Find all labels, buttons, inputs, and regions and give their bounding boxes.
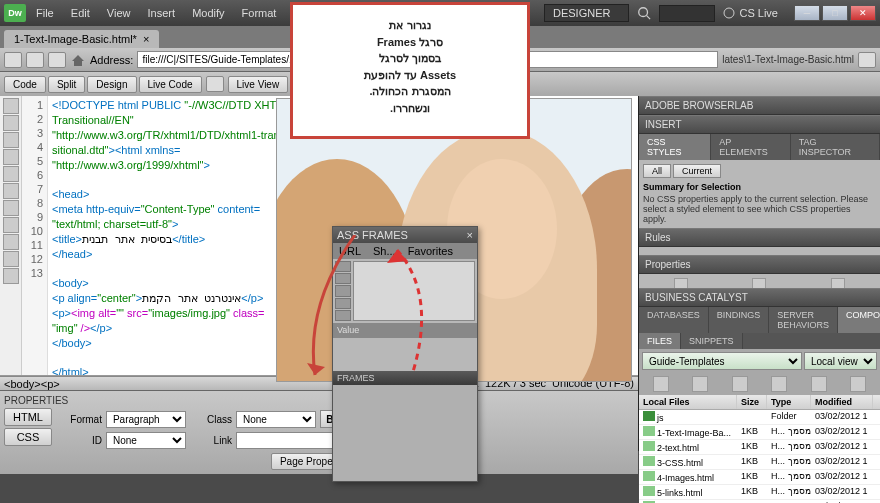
put-icon[interactable] — [771, 376, 787, 392]
gutter-icon[interactable] — [3, 132, 19, 148]
asset-type-icon[interactable] — [335, 273, 351, 284]
tab-close-icon[interactable]: × — [143, 33, 149, 45]
assets-value-header: Value — [333, 323, 477, 337]
menu-modify[interactable]: Modify — [192, 7, 224, 19]
file-row[interactable]: 4-Images.html1KBH... מסמך03/02/2012 1 — [639, 470, 880, 485]
assets-tab-url[interactable]: URL — [333, 243, 367, 259]
business-catalyst-header[interactable]: BUSINESS CATALYST — [639, 288, 880, 307]
connect-icon[interactable] — [653, 376, 669, 392]
server-behaviors-tab[interactable]: SERVER BEHAVIORS — [769, 307, 838, 333]
menu-insert[interactable]: Insert — [148, 7, 176, 19]
file-row[interactable]: 5-links.html1KBH... מסמך03/02/2012 1 — [639, 485, 880, 500]
css-summary-text: No CSS properties apply to the current s… — [643, 194, 876, 224]
format-select[interactable]: Paragraph — [106, 411, 186, 428]
cslive-button[interactable]: CS Live — [723, 7, 778, 19]
address-go-button[interactable] — [858, 52, 876, 68]
ap-elements-tab[interactable]: AP ELEMENTS — [711, 134, 791, 160]
expand-icon[interactable] — [850, 376, 866, 392]
col-modified[interactable]: Modified — [811, 395, 873, 409]
view-select[interactable]: Local view — [804, 352, 877, 370]
tutorial-callout: נגרור את סרגל Frames בסמוך לסרגל Assets … — [290, 2, 530, 139]
databases-tab[interactable]: DATABASES — [639, 307, 709, 333]
css-all-button[interactable]: All — [643, 164, 671, 178]
refresh-icon[interactable] — [692, 376, 708, 392]
col-size[interactable]: Size — [737, 395, 767, 409]
minimize-button[interactable]: ─ — [794, 5, 820, 21]
gutter-icon[interactable] — [3, 200, 19, 216]
get-icon[interactable] — [732, 376, 748, 392]
file-row[interactable]: 1-Text-Image-Ba...1KBH... מסמך03/02/2012… — [639, 425, 880, 440]
gutter-icon[interactable] — [3, 268, 19, 284]
tag-inspector-tab[interactable]: TAG INSPECTOR — [791, 134, 880, 160]
file-row[interactable]: jsFolder03/02/2012 1 — [639, 410, 880, 425]
id-select[interactable]: None — [106, 432, 186, 449]
css-tab[interactable]: CSS — [4, 428, 52, 446]
frames-panel-header[interactable]: FRAMES — [333, 371, 477, 385]
gutter-icon[interactable] — [3, 98, 19, 114]
col-type[interactable]: Type — [767, 395, 811, 409]
link-label: Link — [190, 435, 232, 446]
browserlab-panel-header[interactable]: ADOBE BROWSERLAB — [639, 96, 880, 115]
menu-format[interactable]: Format — [242, 7, 277, 19]
gutter-icon[interactable] — [3, 217, 19, 233]
file-row[interactable]: 2-text.html1KBH... מסמך03/02/2012 1 — [639, 440, 880, 455]
document-tab[interactable]: 1-Text-Image-Basic.html* × — [4, 30, 159, 48]
properties-panel: PROPERTIES HTML CSS Format Paragraph Cla… — [0, 390, 638, 474]
menu-view[interactable]: View — [107, 7, 131, 19]
components-tab[interactable]: COMPONENTS — [838, 307, 880, 333]
search-field[interactable] — [659, 5, 715, 22]
gutter-icon[interactable] — [3, 166, 19, 182]
asset-type-icon[interactable] — [335, 298, 351, 309]
assets-tab-site[interactable]: Sh... — [367, 243, 402, 259]
nav-back-button[interactable] — [4, 52, 22, 68]
gutter-icon[interactable] — [3, 234, 19, 250]
properties-subheader[interactable]: Properties — [639, 255, 880, 274]
css-styles-tab[interactable]: CSS STYLES — [639, 134, 711, 160]
maximize-button[interactable]: □ — [822, 5, 848, 21]
panel-close-icon[interactable]: × — [467, 229, 473, 241]
html-tab[interactable]: HTML — [4, 408, 52, 426]
asset-type-icon[interactable] — [335, 261, 351, 272]
snippets-tab[interactable]: SNIPPETS — [681, 333, 743, 349]
menu-file[interactable]: File — [36, 7, 54, 19]
site-select[interactable]: Guide-Templates — [642, 352, 802, 370]
nav-forward-button[interactable] — [26, 52, 44, 68]
rules-header[interactable]: Rules — [639, 228, 880, 247]
line-numbers: 12345678910111213 — [22, 96, 48, 375]
nav-reload-button[interactable] — [48, 52, 66, 68]
assets-tab-favorites[interactable]: Favorites — [402, 243, 459, 259]
search-icon[interactable] — [637, 6, 651, 20]
asset-type-icon[interactable] — [335, 285, 351, 296]
folder-icon — [643, 411, 655, 421]
gutter-icon[interactable] — [3, 251, 19, 267]
liveview-button[interactable]: Live View — [228, 76, 289, 93]
insert-panel-header[interactable]: INSERT — [639, 115, 880, 134]
files-table: Local Files Size Type Modified jsFolder0… — [639, 395, 880, 503]
menu-edit[interactable]: Edit — [71, 7, 90, 19]
home-icon[interactable] — [70, 53, 86, 67]
bindings-tab[interactable]: BINDINGS — [709, 307, 770, 333]
design-view-button[interactable]: Design — [87, 76, 136, 93]
tag-p[interactable]: <p> — [41, 378, 60, 390]
code-view-button[interactable]: Code — [4, 76, 46, 93]
gutter-icon[interactable] — [3, 149, 19, 165]
file-icon — [643, 471, 655, 481]
sync-icon[interactable] — [811, 376, 827, 392]
gutter-icon[interactable] — [3, 115, 19, 131]
asset-type-icon[interactable] — [335, 310, 351, 321]
split-view-button[interactable]: Split — [48, 76, 85, 93]
tag-body[interactable]: <body> — [4, 378, 41, 390]
floating-assets-panel[interactable]: ASS FRAMES× URL Sh... Favorites Value FR… — [332, 226, 478, 482]
assets-list[interactable] — [353, 261, 475, 321]
properties-header[interactable]: PROPERTIES — [4, 393, 634, 408]
inspect-icon[interactable] — [206, 76, 224, 92]
files-tab[interactable]: FILES — [639, 333, 681, 349]
css-current-button[interactable]: Current — [673, 164, 721, 178]
class-select[interactable]: None — [236, 411, 316, 428]
gutter-icon[interactable] — [3, 183, 19, 199]
livecode-button[interactable]: Live Code — [139, 76, 202, 93]
col-localfiles[interactable]: Local Files — [639, 395, 737, 409]
workspace-switcher[interactable]: DESIGNER — [544, 4, 629, 22]
close-button[interactable]: ✕ — [850, 5, 876, 21]
file-row[interactable]: 3-CSS.html1KBH... מסמך03/02/2012 1 — [639, 455, 880, 470]
